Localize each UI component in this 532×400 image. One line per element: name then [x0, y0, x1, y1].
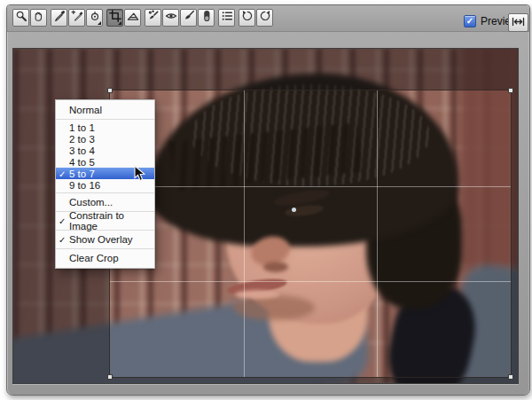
mouse-cursor-arrow: [134, 165, 145, 185]
toolbar: [7, 5, 529, 32]
graduated-filter-tool[interactable]: [198, 9, 215, 27]
menu-separator: [56, 192, 154, 193]
white-balance-tool[interactable]: [51, 9, 67, 27]
menu-item-label: Custom...: [69, 197, 113, 208]
brush-icon: [183, 10, 195, 26]
healing-brush-icon: [147, 10, 160, 26]
checkmark-icon: ✓: [59, 169, 66, 178]
crop-handle-bottom-left[interactable]: [107, 374, 113, 380]
menu-item-label: 3 to 4: [69, 145, 95, 156]
color-sampler-tool[interactable]: [68, 9, 85, 27]
menu-item-label: 9 to 16: [69, 180, 100, 191]
gradient-icon: [200, 10, 213, 26]
menu-item-label: 5 to 7: [69, 169, 95, 179]
checkmark-icon: ✓: [59, 235, 66, 245]
tool-button-group: [12, 9, 274, 27]
toggle-fullscreen-icon: [512, 15, 525, 31]
menu-item-label: 4 to 5: [69, 157, 95, 168]
crop-gridline-horizontal-2: [110, 281, 511, 282]
magnifier-icon: [15, 10, 27, 26]
crop-icon: [109, 10, 121, 26]
spot-removal-tool[interactable]: [145, 9, 161, 27]
crop-region[interactable]: [109, 90, 512, 378]
preferences-button[interactable]: [218, 9, 235, 27]
menu-item-label: Show Overlay: [69, 234, 133, 245]
menu-item-custom[interactable]: Custom...: [56, 195, 154, 209]
menu-item-1-to-1[interactable]: 1 to 1: [56, 122, 154, 133]
crop-tool[interactable]: [106, 9, 123, 27]
crop-handle-top-right[interactable]: [508, 88, 513, 93]
hand-tool[interactable]: [30, 9, 47, 27]
hand-icon: [33, 10, 45, 26]
level-triangle-icon: [127, 10, 139, 26]
menu-item-clear-crop[interactable]: Clear Crop: [56, 251, 154, 265]
straighten-tool[interactable]: [124, 9, 141, 27]
red-eye-tool[interactable]: [162, 9, 179, 27]
menu-item-3-to-4[interactable]: 3 to 4: [56, 145, 154, 156]
rotate-left-button[interactable]: [239, 9, 255, 27]
screenshot-stage: ✓ Preview: [0, 0, 532, 400]
rotate-right-button[interactable]: [256, 9, 273, 27]
menu-item-label: Clear Crop: [69, 253, 119, 263]
menu-item-show-overlay[interactable]: ✓Show Overlay: [56, 232, 154, 247]
target-circle-icon: [89, 10, 101, 26]
preview-checkbox[interactable]: ✓: [464, 15, 476, 27]
crop-gridline-horizontal-1: [110, 186, 511, 187]
menu-separator: [56, 248, 154, 249]
eye-icon: [165, 10, 177, 26]
menu-separator: [56, 119, 154, 120]
zoom-tool[interactable]: [12, 9, 29, 27]
checkmark-icon: ✓: [59, 216, 66, 226]
crop-gridline-vertical-2: [377, 90, 378, 377]
list-icon: [221, 10, 233, 26]
crop-handle-bottom-right[interactable]: [508, 374, 513, 380]
menu-item-2-to-3[interactable]: 2 to 3: [56, 133, 154, 145]
crop-gridline-vertical-1: [244, 90, 245, 377]
menu-item-constrain-to-image[interactable]: ✓Constrain to Image: [56, 214, 154, 228]
targeted-adjustment-tool[interactable]: [86, 9, 103, 27]
toggle-fullscreen-button[interactable]: [508, 13, 528, 32]
rotate-ccw-icon: [241, 10, 254, 26]
menu-item-normal[interactable]: Normal: [56, 103, 154, 117]
menu-item-label: 2 to 3: [69, 134, 95, 145]
adjustment-brush-tool[interactable]: [180, 9, 197, 27]
eyedropper-plus-icon: [71, 10, 83, 26]
menu-item-label: 1 to 1: [69, 122, 95, 133]
eyedropper-icon: [53, 10, 66, 26]
menu-item-label: Constrain to Image: [69, 210, 152, 231]
crop-handle-top-left[interactable]: [107, 88, 113, 93]
menu-item-label: Normal: [69, 105, 102, 115]
rotate-cw-icon: [259, 10, 271, 26]
